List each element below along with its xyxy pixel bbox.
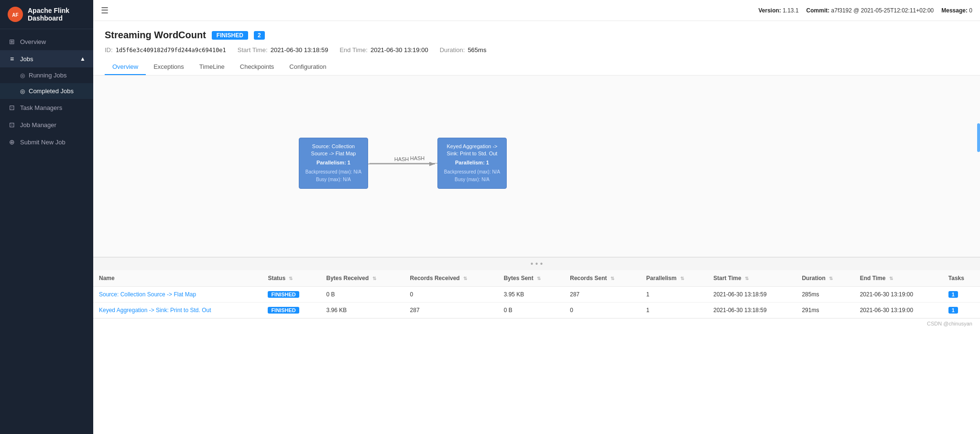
job-id-value: 1d5f6e3c409182d79fd244a9c69410e1 [116, 47, 226, 54]
content-area: Streaming WordCount FINISHED 2 ID: 1d5f6… [93, 21, 980, 434]
sidebar-item-submit-new-job[interactable]: ⊕ Submit New Job [0, 133, 93, 151]
row-bytes-sent-1: 0 B [498, 303, 565, 318]
drag-handle[interactable]: • • • [93, 257, 980, 270]
sidebar: AF Apache Flink Dashboard ⊞ Overview ≡ J… [0, 0, 93, 434]
job-id-label: ID: [105, 46, 113, 54]
sidebar-logo: AF [8, 7, 23, 22]
sidebar-item-job-manager[interactable]: ⊡ Job Manager [0, 116, 93, 133]
graph-node-2[interactable]: Keyed Aggregation -> Sink: Print to Std.… [437, 138, 507, 189]
row-start-time-0: 2021-06-30 13:18:59 [708, 287, 796, 303]
job-status-badge: FINISHED [212, 31, 248, 40]
tab-checkpoints[interactable]: Checkpoints [232, 59, 282, 75]
sidebar-item-overview[interactable]: ⊞ Overview [0, 33, 93, 50]
row-records-sent-1: 0 [564, 303, 641, 318]
row-records-received-0: 0 [404, 287, 498, 303]
job-meta: ID: 1d5f6e3c409182d79fd244a9c69410e1 Sta… [105, 46, 969, 54]
jobs-icon: ≡ [8, 55, 16, 63]
job-duration-value: 565ms [468, 46, 486, 54]
version-label-text: Version: [758, 7, 781, 14]
sidebar-item-running-jobs-label: Running Jobs [29, 72, 67, 79]
tab-exceptions[interactable]: Exceptions [146, 59, 192, 75]
parallelism-sort-icon[interactable]: ⇅ [680, 276, 684, 281]
col-parallelism: Parallelism ⇅ [641, 270, 708, 287]
row-records-received-1: 287 [404, 303, 498, 318]
job-start-item: Start Time: 2021-06-30 13:18:59 [238, 46, 328, 54]
commit-label-text: Commit: [806, 7, 830, 14]
col-records-sent: Records Sent ⇅ [564, 270, 641, 287]
sidebar-item-task-managers-label: Task Managers [20, 104, 62, 111]
bytes-recv-sort-icon[interactable]: ⇅ [372, 276, 376, 281]
row-duration-1: 291ms [796, 303, 854, 318]
job-graph-area: Source: Collection Source -> Flat Map Pa… [93, 76, 980, 257]
node2-stat2: Busy (max): N/A [442, 176, 502, 184]
sidebar-item-task-managers[interactable]: ⊡ Task Managers [0, 99, 93, 116]
row-name-0[interactable]: Source: Collection Source -> Flat Map [93, 287, 262, 303]
node2-parallelism: Parallelism: 1 [442, 160, 502, 165]
jobs-submenu: ◎ Running Jobs ◎ Completed Jobs [0, 67, 93, 99]
duration-sort-icon[interactable]: ⇅ [829, 276, 833, 281]
table-section: Name Status ⇅ Bytes Received ⇅ Records R… [93, 270, 980, 318]
topbar-info: Version: 1.13.1 Commit: a7f3192 @ 2021-0… [758, 7, 972, 14]
sidebar-item-running-jobs[interactable]: ◎ Running Jobs [0, 67, 93, 83]
tab-configuration[interactable]: Configuration [282, 59, 334, 75]
node1-parallelism: Parallelism: 1 [303, 160, 364, 165]
job-end-label: End Time: [339, 46, 368, 54]
sidebar-item-jobs[interactable]: ≡ Jobs ▲ [0, 50, 93, 67]
job-end-value: 2021-06-30 13:19:00 [370, 46, 428, 54]
row-end-time-0: 2021-06-30 13:19:00 [854, 287, 943, 303]
footer-credit: CSDN @chinusyan [93, 318, 980, 328]
col-bytes-sent: Bytes Sent ⇅ [498, 270, 565, 287]
job-start-label: Start Time: [238, 46, 268, 54]
hamburger-icon[interactable]: ☰ [101, 5, 109, 16]
graph-node-1[interactable]: Source: Collection Source -> Flat Map Pa… [299, 138, 368, 189]
job-duration-label: Duration: [440, 46, 465, 54]
job-end-item: End Time: 2021-06-30 13:19:00 [339, 46, 428, 54]
node1-stat1: Backpressured (max): N/A [303, 168, 364, 176]
col-start-time: Start Time ⇅ [708, 270, 796, 287]
jobs-table: Name Status ⇅ Bytes Received ⇅ Records R… [93, 270, 980, 318]
bytes-sent-sort-icon[interactable]: ⇅ [537, 276, 541, 281]
col-tasks: Tasks [943, 270, 980, 287]
graph-canvas: Source: Collection Source -> Flat Map Pa… [93, 76, 980, 257]
tab-overview[interactable]: Overview [105, 59, 146, 75]
row-name-1[interactable]: Keyed Aggregation -> Sink: Print to Std.… [93, 303, 262, 318]
message-count: 0 [969, 7, 972, 14]
sidebar-item-submit-new-job-label: Submit New Job [20, 139, 65, 146]
col-status: Status ⇅ [262, 270, 320, 287]
commit-value: a7f3192 @ 2021-05-25T12:02:11+02:00 [831, 7, 934, 14]
job-manager-icon: ⊡ [8, 121, 16, 129]
sidebar-item-jobs-label: Jobs [20, 55, 33, 63]
status-sort-icon[interactable]: ⇅ [289, 276, 293, 281]
job-id-item: ID: 1d5f6e3c409182d79fd244a9c69410e1 [105, 46, 226, 54]
svg-text:HASH: HASH [394, 156, 409, 162]
message-label-text: Message: [941, 7, 968, 14]
completed-jobs-icon: ◎ [20, 88, 25, 95]
sidebar-item-completed-jobs-label: Completed Jobs [29, 87, 74, 95]
start-time-sort-icon[interactable]: ⇅ [745, 276, 749, 281]
jobs-expand-icon: ▲ [80, 55, 86, 62]
version-label: Version: 1.13.1 [758, 7, 798, 14]
table-row: Keyed Aggregation -> Sink: Print to Std.… [93, 303, 980, 318]
end-time-sort-icon[interactable]: ⇅ [889, 276, 893, 281]
graph-scrollbar[interactable] [977, 123, 980, 152]
records-recv-sort-icon[interactable]: ⇅ [463, 276, 467, 281]
node1-stat2: Busy (max): N/A [303, 176, 364, 184]
row-bytes-received-0: 0 B [321, 287, 404, 303]
tab-timeline[interactable]: TimeLine [192, 59, 232, 75]
sidebar-item-overview-label: Overview [20, 38, 46, 45]
node2-title: Keyed Aggregation -> Sink: Print to Std.… [442, 143, 502, 158]
commit-section: Commit: a7f3192 @ 2021-05-25T12:02:11+02… [806, 7, 934, 14]
sidebar-item-completed-jobs[interactable]: ◎ Completed Jobs [0, 83, 93, 99]
records-sent-sort-icon[interactable]: ⇅ [610, 276, 614, 281]
row-bytes-received-1: 3.96 KB [321, 303, 404, 318]
job-header: Streaming WordCount FINISHED 2 ID: 1d5f6… [93, 21, 980, 76]
row-end-time-1: 2021-06-30 13:19:00 [854, 303, 943, 318]
node1-title: Source: Collection Source -> Flat Map [303, 143, 364, 158]
sidebar-item-job-manager-label: Job Manager [20, 121, 56, 129]
node2-stat1: Backpressured (max): N/A [442, 168, 502, 176]
app-title: Apache Flink Dashboard [28, 7, 86, 22]
row-start-time-1: 2021-06-30 13:18:59 [708, 303, 796, 318]
message-section: Message: 0 [941, 7, 972, 14]
topbar: ☰ Version: 1.13.1 Commit: a7f3192 @ 2021… [93, 0, 980, 21]
job-title: Streaming WordCount [105, 30, 206, 41]
